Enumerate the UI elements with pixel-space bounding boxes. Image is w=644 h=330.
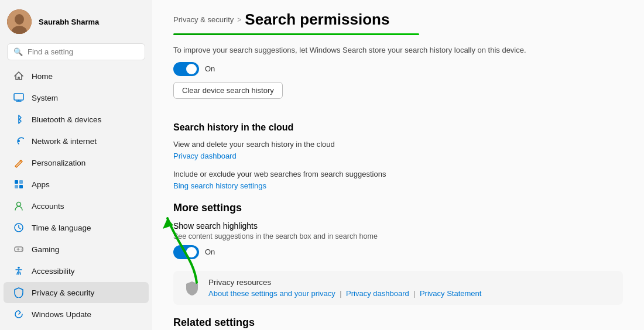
breadcrumb-parent[interactable]: Privacy & security xyxy=(173,15,234,24)
sidebar-item-privacy[interactable]: Privacy & security xyxy=(4,282,149,303)
accessibility-icon xyxy=(13,265,25,277)
svg-point-1 xyxy=(15,14,24,25)
sidebar-item-bluetooth[interactable]: Bluetooth & devices xyxy=(4,109,149,130)
sidebar-item-label-network: Network & internet xyxy=(32,137,97,146)
toggle1-label: On xyxy=(205,64,215,73)
user-profile-header[interactable]: Saurabh Sharma xyxy=(0,0,152,41)
sidebar-item-accounts[interactable]: Accounts xyxy=(4,195,149,216)
svg-point-4 xyxy=(18,140,20,142)
toggle-device-history[interactable] xyxy=(173,62,199,76)
personalization-icon xyxy=(13,157,25,169)
privacy-statement-link[interactable]: Privacy Statement xyxy=(420,289,482,298)
bing-link[interactable]: Bing search history settings xyxy=(173,181,266,190)
page-title: Search permissions xyxy=(245,11,389,29)
accounts-icon xyxy=(13,200,25,212)
cloud-desc-block: View and delete your search history in t… xyxy=(173,140,623,160)
toggle2-row: On xyxy=(173,245,623,259)
privacy-dashboard-link2[interactable]: Privacy dashboard xyxy=(346,289,409,298)
cloud-desc: View and delete your search history in t… xyxy=(173,140,623,149)
gaming-icon xyxy=(13,243,25,255)
sidebar-item-update[interactable]: Windows Update xyxy=(4,304,149,325)
sidebar-item-system[interactable]: System xyxy=(4,87,149,108)
about-settings-link[interactable]: About these settings and your privacy xyxy=(208,289,335,298)
privacy-resources-title: Privacy resources xyxy=(208,278,481,287)
breadcrumb: Privacy & security > Search permissions xyxy=(152,0,644,33)
related-settings-title: Related settings xyxy=(173,317,623,329)
user-name: Saurabh Sharma xyxy=(39,18,99,26)
cloud-history-section: Search history in the cloud View and del… xyxy=(173,122,623,190)
sidebar-item-time[interactable]: Time & language xyxy=(4,217,149,238)
sidebar-item-label-update: Windows Update xyxy=(32,310,91,319)
privacy-sep2: | xyxy=(413,290,415,298)
sidebar-item-label-apps: Apps xyxy=(32,180,50,189)
content-area: To improve your search suggestions, let … xyxy=(152,35,644,329)
sidebar-item-label-accounts: Accounts xyxy=(32,202,64,211)
sidebar-item-label-accessibility: Accessibility xyxy=(32,267,75,276)
privacy-resources-text: Privacy resources About these settings a… xyxy=(208,278,481,298)
avatar xyxy=(7,9,32,34)
sidebar-item-accessibility[interactable]: Accessibility xyxy=(4,260,149,281)
sidebar-item-label-home: Home xyxy=(32,72,53,81)
privacy-sep1: | xyxy=(340,290,341,298)
sidebar-item-network[interactable]: Network & internet xyxy=(4,130,149,152)
sidebar-item-apps[interactable]: Apps xyxy=(4,174,149,195)
sidebar-item-personalization[interactable]: Personalization xyxy=(4,152,149,173)
cloud-title: Search history in the cloud xyxy=(173,122,623,133)
sidebar: Saurabh Sharma 🔍 HomeSystemBluetooth & d… xyxy=(0,0,152,330)
device-history-section: To improve your search suggestions, let … xyxy=(173,44,623,111)
sidebar-item-label-bluetooth: Bluetooth & devices xyxy=(32,115,101,124)
sidebar-item-gaming[interactable]: Gaming xyxy=(4,239,149,260)
shield-icon xyxy=(183,279,201,298)
search-box[interactable]: 🔍 xyxy=(7,43,145,60)
svg-rect-8 xyxy=(19,185,23,188)
search-input[interactable] xyxy=(28,47,139,56)
sidebar-item-home[interactable]: Home xyxy=(4,66,149,87)
svg-rect-5 xyxy=(15,180,18,184)
svg-point-9 xyxy=(17,202,21,207)
svg-marker-13 xyxy=(163,218,173,229)
privacy-resources-box: Privacy resources About these settings a… xyxy=(173,271,623,305)
toggle2-label: On xyxy=(205,248,215,256)
sidebar-item-label-personalization: Personalization xyxy=(32,159,85,167)
toggle1-row: On xyxy=(173,62,623,76)
network-icon xyxy=(13,135,25,147)
bluetooth-icon xyxy=(13,114,25,125)
svg-point-12 xyxy=(18,267,20,269)
device-history-desc: To improve your search suggestions, let … xyxy=(173,44,623,56)
search-icon: 🔍 xyxy=(13,47,23,56)
highlight-label: Show search highlights xyxy=(173,221,623,231)
sidebar-item-label-privacy: Privacy & security xyxy=(32,288,94,297)
sidebar-item-label-time: Time & language xyxy=(32,224,91,232)
more-settings-section: More settings Show search highlights See… xyxy=(173,202,623,259)
privacy-links: About these settings and your privacy | … xyxy=(208,289,481,298)
time-icon xyxy=(13,222,25,233)
cloud-desc2-block: Include or exclude your web searches fro… xyxy=(173,170,623,190)
svg-rect-3 xyxy=(14,94,23,100)
home-icon xyxy=(13,70,25,82)
system-icon xyxy=(13,92,25,104)
more-settings-title: More settings xyxy=(173,202,623,214)
breadcrumb-separator: > xyxy=(237,16,241,24)
sidebar-item-label-gaming: Gaming xyxy=(32,245,59,254)
highlight-desc: See content suggestions in the search bo… xyxy=(173,232,623,240)
toggle-search-highlights[interactable] xyxy=(173,245,199,259)
search-highlights-row: Show search highlights See content sugge… xyxy=(173,221,623,259)
cloud-desc2: Include or exclude your web searches fro… xyxy=(173,170,623,178)
privacy-icon xyxy=(13,287,25,298)
clear-device-history-button[interactable]: Clear device search history xyxy=(173,82,283,99)
privacy-dashboard-link[interactable]: Privacy dashboard xyxy=(173,152,237,160)
main-content: Privacy & security > Search permissions … xyxy=(152,0,644,330)
svg-rect-6 xyxy=(19,180,23,184)
apps-icon xyxy=(13,178,25,190)
sidebar-item-label-system: System xyxy=(32,94,58,102)
nav-list: HomeSystemBluetooth & devicesNetwork & i… xyxy=(0,65,152,325)
update-icon xyxy=(13,308,25,320)
svg-rect-7 xyxy=(15,185,18,188)
